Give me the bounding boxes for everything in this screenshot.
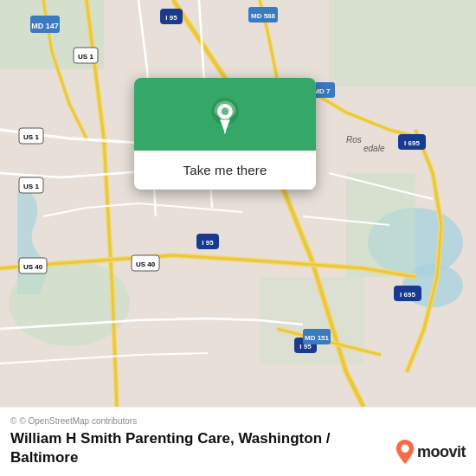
svg-text:US 40: US 40: [23, 263, 43, 271]
map-container: MD 147 US 1 MD 588 I 95 US 1 US 1 MD 7 I…: [0, 0, 476, 407]
moovit-logo: moovit: [396, 440, 466, 464]
svg-text:US 1: US 1: [23, 183, 39, 190]
svg-text:US 1: US 1: [23, 133, 39, 141]
location-name-line1: William H Smith Parenting Care, Washingt…: [10, 430, 330, 447]
svg-text:MD 7: MD 7: [313, 87, 331, 95]
attribution: © © OpenStreetMap contributors: [10, 416, 466, 426]
svg-text:I 695: I 695: [400, 291, 415, 299]
svg-text:I 95: I 95: [165, 14, 177, 22]
location-pin-icon: [206, 97, 244, 135]
svg-text:US 1: US 1: [78, 53, 93, 61]
take-me-there-button[interactable]: Take me there: [134, 151, 316, 190]
svg-text:MD 147: MD 147: [31, 22, 59, 30]
attribution-text: © OpenStreetMap contributors: [19, 416, 137, 426]
svg-text:edale: edale: [363, 144, 385, 153]
svg-text:MD 588: MD 588: [251, 12, 276, 20]
moovit-label: moovit: [417, 443, 466, 461]
svg-text:Ros: Ros: [346, 135, 362, 145]
copyright-symbol: ©: [10, 416, 16, 426]
popup-icon-area: [134, 78, 316, 151]
moovit-pin-icon: [396, 440, 415, 464]
map-background: MD 147 US 1 MD 588 I 95 US 1 US 1 MD 7 I…: [0, 0, 476, 407]
svg-text:MD 151: MD 151: [305, 334, 330, 342]
popup-card: Take me there: [134, 78, 316, 190]
svg-text:I 95: I 95: [202, 239, 214, 247]
bottom-bar: © © OpenStreetMap contributors William H…: [0, 407, 476, 476]
location-name-line2: Baltimore: [10, 449, 78, 466]
svg-text:US 40: US 40: [136, 261, 156, 268]
svg-rect-4: [329, 0, 476, 87]
svg-text:I 695: I 695: [404, 139, 420, 147]
svg-point-41: [401, 445, 408, 453]
